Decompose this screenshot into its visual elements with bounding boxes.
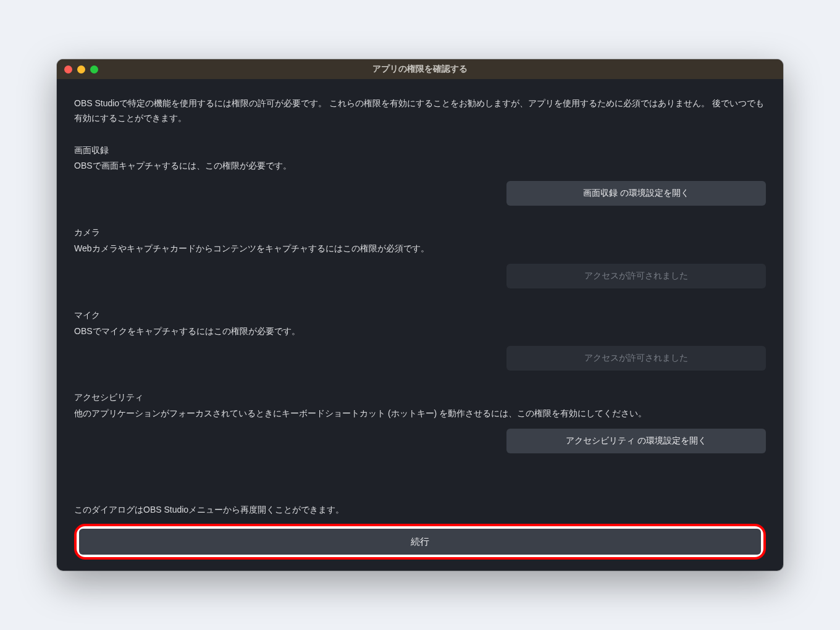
section-accessibility: アクセシビリティ 他のアプリケーションがフォーカスされているときにキーボードショ… bbox=[74, 390, 766, 467]
maximize-icon[interactable] bbox=[90, 65, 98, 74]
permissions-dialog: アプリの権限を確認する OBS Studioで特定の機能を使用するには権限の許可… bbox=[57, 59, 783, 571]
section-title: 画面収録 bbox=[74, 143, 766, 158]
close-icon[interactable] bbox=[64, 65, 72, 74]
section-microphone: マイク OBSでマイクをキャプチャするにはこの権限が必要です。 アクセスが許可さ… bbox=[74, 308, 766, 385]
section-title: アクセシビリティ bbox=[74, 390, 766, 405]
section-screen-recording: 画面収録 OBSで画面キャプチャするには、この権限が必要です。 画面収録 の環境… bbox=[74, 143, 766, 220]
footer-note: このダイアログはOBS Studioメニューから再度開くことができます。 bbox=[74, 503, 766, 518]
window-title: アプリの権限を確認する bbox=[57, 64, 783, 75]
section-camera: カメラ Webカメラやキャプチャカードからコンテンツをキャプチャするにはこの権限… bbox=[74, 225, 766, 302]
open-accessibility-prefs-button[interactable]: アクセシビリティ の環境設定を開く bbox=[506, 429, 766, 453]
titlebar: アプリの権限を確認する bbox=[57, 59, 783, 79]
section-desc: OBSで画面キャプチャするには、この権限が必要です。 bbox=[74, 159, 766, 174]
section-title: カメラ bbox=[74, 225, 766, 240]
intro-text: OBS Studioで特定の機能を使用するには権限の許可が必要です。 これらの権… bbox=[74, 96, 766, 126]
microphone-access-granted-button: アクセスが許可されました bbox=[506, 346, 766, 371]
section-desc: 他のアプリケーションがフォーカスされているときにキーボードショートカット (ホッ… bbox=[74, 406, 766, 421]
continue-button[interactable]: 続行 bbox=[79, 529, 761, 555]
camera-access-granted-button: アクセスが許可されました bbox=[506, 264, 766, 288]
open-screen-recording-prefs-button[interactable]: 画面収録 の環境設定を開く bbox=[506, 181, 766, 206]
traffic-lights bbox=[64, 65, 98, 74]
continue-highlight: 続行 bbox=[74, 524, 766, 560]
section-title: マイク bbox=[74, 308, 766, 323]
minimize-icon[interactable] bbox=[77, 65, 85, 74]
dialog-content: OBS Studioで特定の機能を使用するには権限の許可が必要です。 これらの権… bbox=[57, 79, 783, 571]
section-desc: Webカメラやキャプチャカードからコンテンツをキャプチャするにはこの権限が必須で… bbox=[74, 242, 766, 256]
section-desc: OBSでマイクをキャプチャするにはこの権限が必要です。 bbox=[74, 324, 766, 339]
